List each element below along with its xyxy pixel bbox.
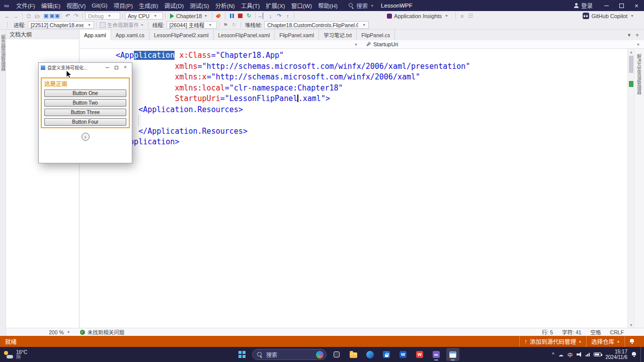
menu-analyze[interactable]: 分析(N) (212, 0, 238, 11)
spaces-indicator[interactable]: 空格 (591, 328, 601, 336)
menu-edit[interactable]: 编辑(E) (38, 0, 63, 11)
tab-app-xaml[interactable]: App.xaml (79, 30, 111, 40)
line-indicator[interactable]: 行: 5 (542, 328, 553, 336)
running-wpf-app-button[interactable] (446, 348, 459, 361)
select-repository-button[interactable]: 选择仓库 ▲ (586, 336, 624, 347)
button-three[interactable]: Button Three (44, 109, 126, 116)
document-outline-header[interactable]: 文档大纲 (6, 30, 79, 39)
ime-indicator[interactable]: 中 (568, 351, 573, 358)
task-view-button[interactable] (330, 348, 343, 361)
hidden-icons-chevron[interactable]: ^ (552, 352, 554, 357)
app-minimize-button[interactable] (103, 64, 112, 71)
app-close-button[interactable]: × (121, 64, 130, 71)
code-editor[interactable]: 9 10 <Appplication x:Class="Chapter18.Ap… (79, 49, 627, 328)
visual-studio-button[interactable]: ∞ (430, 348, 443, 361)
onedrive-cloud-icon[interactable]: ☁ (558, 352, 564, 357)
zoom-dropdown[interactable]: 200 % ▼ (46, 329, 73, 335)
tab-list-icon[interactable]: ▼ (627, 33, 631, 38)
step-out-icon[interactable]: ↑ (283, 12, 292, 20)
button-two[interactable]: Button Two (44, 99, 126, 107)
toolbar-extra-icon[interactable]: ☷ (466, 12, 475, 20)
show-desktop-button[interactable] (640, 347, 642, 362)
start-debug-button[interactable]: Chapter18 ▼ (168, 12, 210, 20)
navigate-back-icon[interactable]: ← (3, 12, 12, 20)
column-indicator[interactable]: 字符: 41 (562, 328, 582, 336)
volume-icon[interactable] (577, 352, 582, 357)
taskbar-search-box[interactable]: 搜索 (252, 349, 327, 360)
step-into-icon[interactable]: ↓ (266, 12, 275, 20)
menu-view[interactable]: 视图(V) (63, 0, 89, 11)
menu-window[interactable]: 窗口(W) (288, 0, 315, 11)
redo-icon[interactable]: ↷ (72, 12, 80, 20)
toolbar-extra-icon[interactable]: ≡ (458, 12, 466, 20)
flag-outline-icon[interactable]: ⚐ (230, 21, 238, 29)
health-status-label[interactable]: 未找到相关问题 (88, 328, 125, 336)
line-ending-indicator[interactable]: CRLF (610, 329, 624, 335)
menu-help[interactable]: 帮助(H) (315, 0, 341, 11)
app-window-titlebar[interactable]: 自定义支持可视化... × (39, 63, 132, 72)
close-button[interactable]: × (629, 0, 644, 11)
thread-dropdown[interactable]: [26044] 主线程▼ (167, 21, 217, 29)
restart-debug-icon[interactable]: ↻ (245, 12, 253, 20)
menu-debug[interactable]: 调试(D) (161, 0, 187, 11)
menu-git[interactable]: Git(G) (89, 0, 110, 11)
word-button[interactable]: W (396, 348, 410, 361)
application-insights-dropdown[interactable]: Application Insights ▼ (387, 13, 448, 19)
tab-flippanel-cs[interactable]: FlipPanel.cs (357, 30, 395, 40)
tab-lessonflippanel-xaml[interactable]: LessonFlipPanel.xaml (214, 30, 275, 40)
scrollbar-thumb[interactable] (629, 56, 633, 73)
new-file-icon[interactable]: 🗋 (25, 12, 33, 20)
tab-app-xaml-cs[interactable]: App.xaml.cs (111, 30, 149, 40)
app-maximize-button[interactable] (112, 64, 121, 71)
lifecycle-events-icon[interactable] (99, 21, 107, 29)
github-copilot-button[interactable]: GitHub Copilot ▼ (583, 13, 634, 19)
tab-lessonflippanel2-xaml[interactable]: LessonFlipPanel2.xaml (149, 30, 214, 40)
notification-bell-icon[interactable] (631, 352, 636, 357)
wps-office-button[interactable]: W (413, 348, 426, 361)
file-explorer-button[interactable] (347, 348, 360, 361)
pause-debug-icon[interactable] (227, 12, 236, 20)
navigate-forward-icon[interactable]: → (12, 12, 20, 20)
flag-icon[interactable]: ⚑ (221, 21, 230, 29)
flip-arrow-button[interactable]: › (82, 133, 90, 141)
stop-debug-icon[interactable] (236, 12, 245, 20)
save-all-icon[interactable]: ▣▣ (50, 12, 59, 20)
menu-file[interactable]: 文件(F) (13, 0, 38, 11)
vs-search-box[interactable]: 搜索 ▼ (349, 2, 374, 10)
menu-extensions[interactable]: 扩展(X) (263, 0, 288, 11)
menu-tools[interactable]: 工具(T) (238, 0, 263, 11)
edge-button[interactable] (363, 348, 376, 361)
stack-frame-dropdown[interactable]: Chapter18.CustomControls.FlipPanel.C▼ (264, 21, 369, 29)
solution-configuration-dropdown[interactable]: Debug▼ (85, 12, 120, 20)
hot-reload-icon[interactable] (214, 12, 223, 20)
tab-flippanel-xaml[interactable]: FlipPanel.xaml (275, 30, 319, 40)
button-one[interactable]: Button One (44, 89, 126, 97)
new-tab-icon[interactable]: + (635, 32, 639, 39)
menu-build[interactable]: 生成(B) (136, 0, 161, 11)
menu-project[interactable]: 项目(P) (111, 0, 136, 11)
navbar-type-dropdown[interactable]: ▼ (79, 40, 362, 48)
navbar-member-dropdown[interactable]: StartupUri ▼ (362, 40, 644, 48)
notifications-button[interactable] (624, 336, 639, 347)
menu-test[interactable]: 测试(S) (187, 0, 212, 11)
add-to-source-control-button[interactable]: ↑ 添加到源代码管理 ▲ (519, 336, 586, 347)
microsoft-store-button[interactable] (380, 348, 393, 361)
vertical-scrollbar[interactable]: ▲ ▼ (627, 49, 634, 328)
taskbar-clock[interactable]: 15:17 2024/11/6 (605, 349, 627, 360)
show-next-statement-icon[interactable]: →▏ (258, 12, 266, 20)
maximize-button[interactable] (614, 0, 629, 11)
button-four[interactable]: Button Four (44, 118, 126, 126)
network-signal-icon[interactable] (586, 353, 590, 356)
lifecycle-events-label[interactable]: 生命周期事件 (107, 21, 139, 29)
start-button[interactable] (235, 348, 249, 361)
tab-study-notes-txt[interactable]: 学习笔记.txt (319, 30, 357, 40)
step-over-icon[interactable]: ↷ (275, 12, 283, 20)
open-file-icon[interactable]: 🗁 (33, 12, 42, 20)
undo-icon[interactable]: ↶ (63, 12, 72, 20)
taskbar-weather-widget[interactable]: 16°C 阴 (4, 347, 27, 362)
minimize-button[interactable] (599, 0, 614, 11)
solution-explorer-collapsed-tab[interactable]: 解决方案资源管理器 (636, 54, 642, 95)
process-dropdown[interactable]: [22512] Chapter18.exe▼ (28, 21, 94, 29)
sign-in-button[interactable]: 登录 (574, 2, 593, 10)
battery-icon[interactable] (594, 352, 601, 356)
